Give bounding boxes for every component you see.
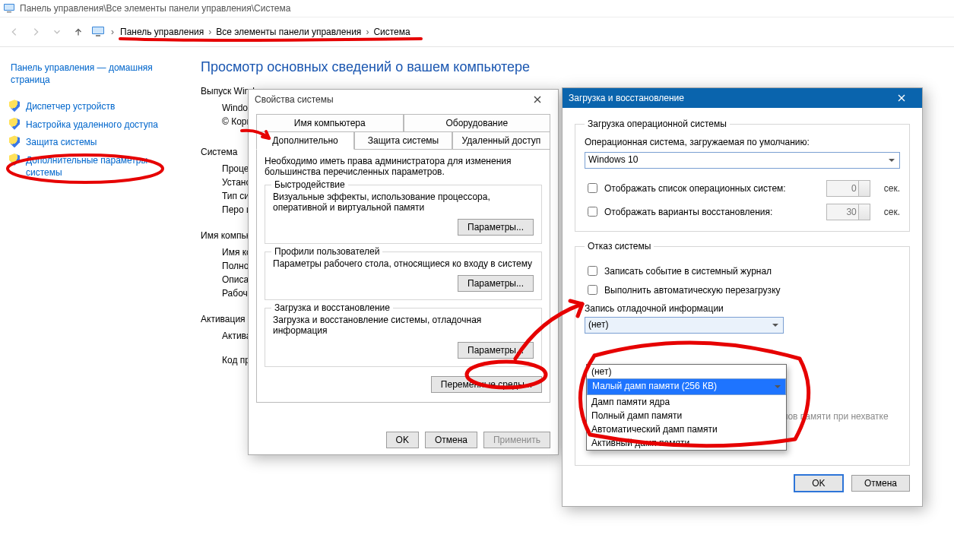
profiles-settings-button[interactable]: Параметры... (458, 275, 534, 292)
env-vars-button[interactable]: Переменные среды... (431, 376, 542, 393)
log-event-checkbox[interactable]: Записать событие в системный журнал (585, 264, 900, 278)
group-performance: Быстродействие Визуальные эффекты, испол… (265, 185, 542, 244)
dump-type-select[interactable]: (нет) (585, 317, 784, 334)
seconds-unit: сек. (884, 207, 900, 217)
window-titlebar: Панель управления\Все элементы панели уп… (0, 0, 954, 17)
close-icon[interactable] (523, 91, 552, 108)
dialog-titlebar[interactable]: Загрузка и восстановление (563, 88, 922, 108)
breadcrumb-item[interactable]: Система (373, 27, 410, 37)
dialog-titlebar[interactable]: Свойства системы (249, 90, 558, 109)
svg-rect-4 (93, 27, 103, 33)
tab-protection[interactable]: Защита системы (354, 131, 452, 150)
close-icon[interactable] (887, 90, 916, 106)
seconds-unit: сек. (884, 183, 900, 194)
dump-type-label: Запись отладочной информации (585, 303, 900, 314)
dropdown-option[interactable]: Активный дамп памяти (587, 436, 786, 450)
dropdown-option[interactable]: (нет) (587, 365, 786, 378)
nav-up-icon[interactable] (70, 24, 87, 40)
admin-note: Необходимо иметь права администратора дл… (265, 156, 542, 177)
group-label: Отказ системы (585, 241, 654, 252)
nav-toolbar: › Панель управления › Все элементы панел… (0, 17, 954, 47)
group-system-boot: Загрузка операционной системы Операционн… (575, 119, 910, 232)
dropdown-option-selected[interactable]: Малый дамп памяти (256 КВ) (587, 378, 786, 395)
performance-settings-button[interactable]: Параметры... (458, 219, 534, 236)
chevron-right-icon: › (364, 27, 370, 37)
group-desc: Визуальные эффекты, использование процес… (273, 191, 534, 213)
recovery-seconds-spinner[interactable]: 30 (826, 204, 860, 220)
page-title: Просмотр основных сведений о вашем компь… (201, 59, 939, 75)
nav-forward-icon[interactable] (27, 24, 44, 40)
tab-pane-advanced: Необходимо иметь права администратора дл… (256, 150, 550, 403)
window-title: Панель управления\Все элементы панели уп… (20, 3, 290, 14)
dropdown-option[interactable]: Автоматический дамп памяти (587, 422, 786, 436)
system-properties-dialog: Свойства системы Имя компьютера Оборудов… (248, 89, 559, 455)
svg-rect-5 (96, 35, 100, 36)
default-os-select[interactable]: Windows 10 (585, 152, 900, 169)
dialog-title: Свойства системы (255, 90, 334, 109)
group-label: Загрузка и восстановление (271, 302, 393, 313)
breadcrumb: Панель управления › Все элементы панели … (120, 27, 410, 37)
show-os-list-checkbox[interactable]: Отображать список операционных систем: (585, 181, 786, 195)
nav-recent-icon[interactable] (49, 24, 65, 40)
group-label: Быстродействие (271, 179, 348, 190)
chevron-right-icon: › (207, 27, 213, 37)
os-list-seconds-spinner[interactable]: 0 (826, 180, 860, 197)
group-desc: Параметры рабочего стола, относящиеся ко… (273, 258, 534, 269)
dropdown-option[interactable]: Полный дамп памяти (587, 409, 786, 422)
dialog-title: Загрузка и восстановление (569, 88, 684, 108)
nav-back-icon[interactable] (6, 24, 23, 40)
auto-restart-checkbox[interactable]: Выполнить автоматическую перезагрузку (585, 283, 900, 297)
sidebar-home-link[interactable]: Панель управления — домашняя страница (9, 59, 176, 89)
sidebar-system-protection-link[interactable]: Защита системы (9, 134, 176, 152)
tab-hardware[interactable]: Оборудование (404, 114, 551, 132)
sidebar: Панель управления — домашняя страница Ди… (0, 46, 185, 560)
group-desc: Загрузка и восстановление системы, отлад… (273, 315, 534, 336)
tab-advanced[interactable]: Дополнительно (256, 131, 354, 150)
breadcrumb-item[interactable]: Все элементы панели управления (216, 27, 361, 37)
ok-button[interactable]: OK (794, 475, 842, 492)
chevron-right-icon[interactable]: › (109, 27, 116, 37)
group-user-profiles: Профили пользователей Параметры рабочего… (265, 252, 542, 300)
tab-remote[interactable]: Удаленный доступ (452, 131, 550, 150)
sidebar-remote-settings-link[interactable]: Настройка удаленного доступа (9, 116, 176, 134)
system-icon (3, 2, 20, 16)
group-label: Загрузка операционной системы (585, 119, 730, 129)
tab-computer-name[interactable]: Имя компьютера (256, 114, 404, 132)
default-os-label: Операционная система, загружаемая по умо… (585, 137, 900, 147)
group-startup-recovery: Загрузка и восстановление Загрузка и вос… (265, 308, 542, 367)
breadcrumb-item[interactable]: Панель управления (120, 27, 204, 37)
cancel-button[interactable]: Отмена (851, 475, 910, 492)
addressbar-system-icon[interactable] (91, 24, 105, 40)
show-recovery-checkbox[interactable]: Отображать варианты восстановления: (585, 204, 772, 219)
sidebar-device-manager-link[interactable]: Диспетчер устройств (9, 98, 176, 116)
startup-recovery-settings-button[interactable]: Параметры... (458, 342, 534, 359)
apply-button[interactable]: Применить (483, 432, 550, 448)
group-label: Профили пользователей (271, 246, 382, 257)
dump-type-dropdown-list[interactable]: (нет) Малый дамп памяти (256 КВ) Дамп па… (586, 364, 787, 451)
svg-rect-2 (7, 11, 11, 13)
svg-rect-1 (5, 5, 14, 10)
ok-button[interactable]: OK (386, 432, 419, 448)
sidebar-advanced-system-link[interactable]: Дополнительные параметры системы (9, 152, 176, 182)
dropdown-option[interactable]: Дамп памяти ядра (587, 395, 786, 409)
cancel-button[interactable]: Отмена (425, 432, 477, 448)
